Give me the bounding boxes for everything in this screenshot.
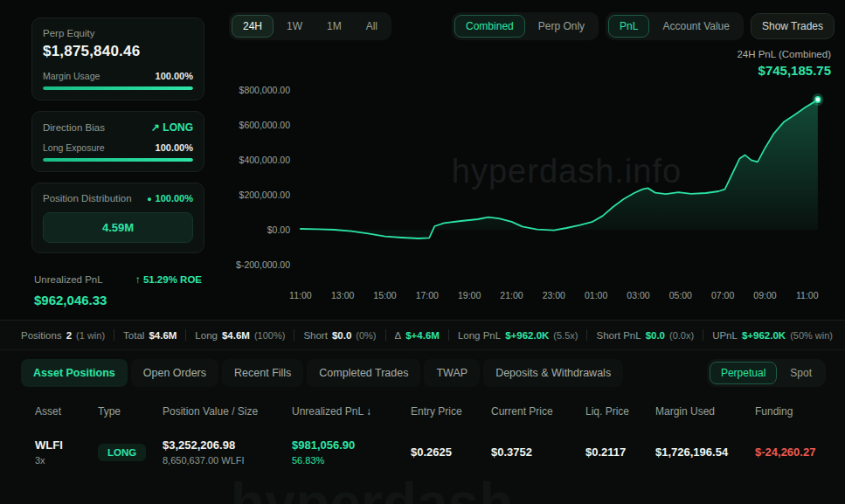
stat-divider [185, 329, 186, 341]
stat-label: UPnL [712, 330, 738, 341]
stat-value: $4.6M [149, 330, 177, 341]
unrealized-pnl-label: Unrealized PnL [34, 274, 103, 285]
tab-open-orders[interactable]: Open Orders [131, 359, 218, 387]
column-header-entry-price[interactable]: Entry Price [411, 405, 491, 418]
column-header-current-price[interactable]: Current Price [491, 405, 585, 418]
stat-divider [114, 329, 114, 341]
tab-deposits-withdrawals[interactable]: Deposits & Withdrawals [483, 359, 623, 387]
cell-unrealized-pnl: $981,056.90 56.83% [292, 438, 411, 466]
asset-symbol: WLFI [35, 438, 98, 452]
range-button-1w[interactable]: 1W [275, 15, 314, 38]
x-axis-tick: 13:00 [331, 290, 354, 300]
range-button-group: 24H 1W 1M All [229, 12, 391, 40]
long-exposure-value: 100.00% [156, 142, 193, 153]
y-axis-tick: $0.00 [267, 224, 290, 235]
tab-spot[interactable]: Spot [779, 362, 823, 384]
x-axis-tick: 11:00 [796, 290, 819, 300]
x-axis-tick: 07:00 [711, 290, 734, 300]
y-axis-tick: $-200,000.00 [236, 259, 290, 270]
chart-section: 24H 1W 1M All Combined Perp Only PnL Acc… [220, 0, 845, 320]
top-section: Perp Equity $1,875,840.46 Margin Usage 1… [0, 0, 845, 320]
tab-asset-positions[interactable]: Asset Positions [21, 359, 128, 387]
x-axis-tick: 03:00 [627, 290, 649, 300]
y-axis-tick: $400,000.00 [239, 155, 290, 165]
range-button-1m[interactable]: 1M [315, 15, 353, 38]
positions-table: Asset Type Position Value / Size Unreali… [10, 398, 835, 478]
column-header-position-value[interactable]: Position Value / Size [163, 405, 292, 418]
position-distribution-value: ●100.00% [147, 193, 193, 204]
stat-extra: (5.5x) [553, 330, 578, 341]
cell-asset: WLFI 3x [35, 438, 98, 466]
cell-current-price: $0.3752 [491, 445, 585, 459]
stat-label: Δ [395, 330, 402, 341]
perp-equity-label: Perp Equity [43, 28, 193, 38]
arrow-up-icon: ↑ [135, 274, 141, 285]
perp-equity-value: $1,875,840.46 [43, 43, 193, 60]
chart-current-value: $745,185.75 [758, 63, 831, 78]
positions-tabs: Asset Positions Open Orders Recent Fills… [21, 359, 623, 387]
stat-positions: Positions 2 (1 win) [21, 330, 105, 341]
stat-long-pnl: Long PnL $+962.0K (5.5x) [458, 330, 578, 341]
combine-mode-group: Combined Perp Only [452, 12, 599, 40]
cell-funding: $-24,260.27 [755, 445, 831, 459]
position-value: $3,252,206.98 [163, 438, 292, 452]
unrealized-pnl-value: $962,046.33 [34, 293, 202, 307]
x-axis-tick: 09:00 [753, 290, 776, 300]
margin-usage-label: Margin Usage [43, 71, 100, 81]
stat-value: $0.0 [332, 330, 351, 341]
column-header-type[interactable]: Type [98, 405, 163, 418]
range-button-24h[interactable]: 24H [232, 15, 274, 38]
x-axis-tick: 01:00 [585, 290, 607, 300]
stat-value: 2 [66, 330, 72, 341]
stat-divider [385, 329, 386, 341]
stat-long: Long $4.6M (100%) [195, 330, 285, 341]
stat-value: $+4.6M [405, 330, 440, 341]
chart-header: 24H PnL (Combined) $745,185.75 [229, 49, 831, 78]
stat-extra: (100%) [254, 330, 285, 341]
show-trades-button[interactable]: Show Trades [751, 13, 835, 39]
stat-label: Total [123, 330, 144, 341]
stat-extra: (1 win) [76, 330, 105, 341]
tab-perpetual[interactable]: Perpetual [710, 362, 777, 384]
chart-plot-row: $800,000.00$600,000.00$400,000.00$200,00… [229, 81, 835, 287]
column-header-unrealized-pnl[interactable]: Unrealized PnL↓ [292, 405, 411, 418]
perp-only-button[interactable]: Perp Only [527, 15, 596, 38]
position-distribution-label: Position Distribution [43, 193, 132, 204]
position-distribution-card: Position Distribution ●100.00% 4.59M [31, 183, 204, 253]
pnl-button[interactable]: PnL [608, 15, 649, 38]
stat-label: Long PnL [458, 330, 501, 341]
combined-button[interactable]: Combined [454, 15, 525, 38]
stat-delta: Δ $+4.6M [395, 330, 440, 341]
position-distribution-bubble[interactable]: 4.59M [43, 212, 193, 243]
x-axis-tick: 05:00 [669, 290, 692, 300]
stat-value: $0.0 [646, 330, 665, 341]
column-header-asset[interactable]: Asset [35, 405, 98, 418]
column-header-margin-used[interactable]: Margin Used [655, 405, 755, 418]
range-button-all[interactable]: All [355, 15, 389, 38]
position-row-wlfi[interactable]: WLFI 3x LONG $3,252,206.98 8,650,637.00 … [10, 428, 835, 478]
direction-bias-label: Direction Bias [43, 122, 105, 133]
column-header-liq-price[interactable]: Liq. Price [585, 405, 655, 418]
stat-extra: (50% win) [790, 330, 833, 341]
metric-mode-group: PnL Account Value [606, 12, 744, 40]
account-value-button[interactable]: Account Value [651, 15, 741, 38]
unrealized-pnl-percent: 56.83% [292, 455, 411, 466]
long-exposure-bar [43, 158, 193, 162]
stat-extra: (0%) [356, 330, 376, 341]
tab-recent-fills[interactable]: Recent Fills [222, 359, 303, 387]
position-size: 8,650,637.00 WLFI [163, 455, 292, 466]
tab-completed-trades[interactable]: Completed Trades [307, 359, 420, 387]
market-type-tabs: Perpetual Spot [707, 359, 826, 387]
perp-equity-card: Perp Equity $1,875,840.46 Margin Usage 1… [31, 17, 204, 100]
stat-label: Short [303, 330, 328, 341]
x-axis-labels: 11:0013:0015:0017:0019:0021:0023:0001:00… [299, 287, 835, 302]
tab-twap[interactable]: TWAP [424, 359, 480, 387]
column-header-funding[interactable]: Funding [755, 405, 831, 418]
margin-usage-bar [43, 86, 193, 90]
chart-plot-area[interactable]: hyperdash.info [299, 81, 835, 287]
y-axis-tick: $200,000.00 [239, 190, 290, 200]
long-exposure-label: Long Exposure [43, 142, 105, 153]
x-axis-tick: 17:00 [416, 290, 439, 300]
stat-upnl: UPnL $+962.0K (50% win) [712, 330, 833, 341]
pnl-chart-svg [299, 81, 835, 287]
